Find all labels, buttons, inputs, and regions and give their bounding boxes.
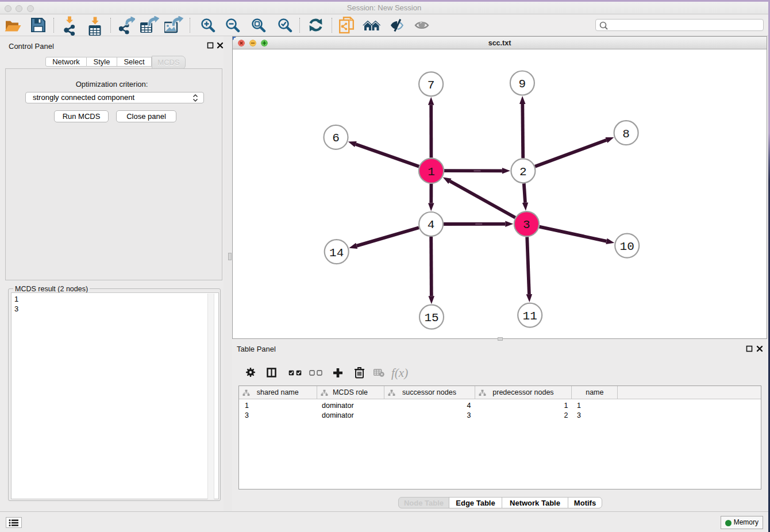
- svg-text:14: 14: [329, 246, 344, 260]
- svg-text:11: 11: [523, 310, 537, 323]
- svg-text:3: 3: [523, 218, 530, 232]
- svg-text:4: 4: [428, 218, 435, 232]
- svg-text:7: 7: [428, 79, 435, 92]
- svg-text:2: 2: [519, 165, 527, 179]
- svg-text:10: 10: [620, 240, 634, 253]
- svg-text:8: 8: [622, 128, 630, 141]
- svg-text:1: 1: [428, 165, 435, 179]
- svg-text:15: 15: [424, 311, 438, 325]
- svg-text:9: 9: [519, 78, 526, 91]
- svg-text:6: 6: [332, 132, 340, 145]
